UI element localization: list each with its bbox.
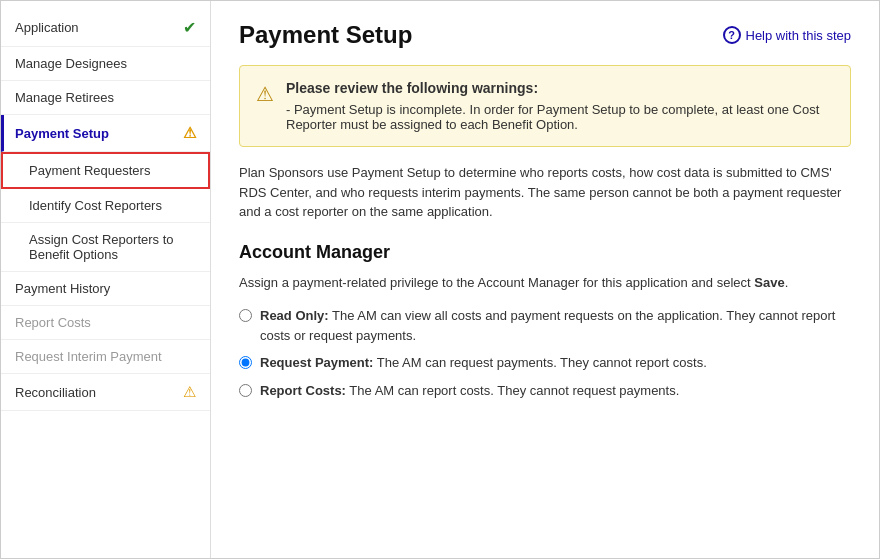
radio-request-payment-input[interactable] xyxy=(239,356,252,369)
warning-heading: Please review the following warnings: xyxy=(286,80,538,96)
sidebar-item-label: Assign Cost Reporters to Benefit Options xyxy=(29,232,196,262)
sidebar-item-label: Manage Designees xyxy=(15,56,127,71)
sidebar-item-label: Report Costs xyxy=(15,315,91,330)
sidebar-item-payment-setup[interactable]: Payment Setup ⚠ xyxy=(1,115,210,152)
privilege-radio-group: Read Only: The AM can view all costs and… xyxy=(239,306,851,400)
check-icon: ✔ xyxy=(183,18,196,37)
warning-text: Please review the following warnings: - … xyxy=(286,80,834,132)
sidebar-item-report-costs: Report Costs xyxy=(1,306,210,340)
page-title: Payment Setup xyxy=(239,21,412,49)
page-header: Payment Setup ? Help with this step xyxy=(239,21,851,49)
warning-box: ⚠ Please review the following warnings: … xyxy=(239,65,851,147)
sidebar-item-label: Payment History xyxy=(15,281,110,296)
sidebar-item-manage-designees[interactable]: Manage Designees xyxy=(1,47,210,81)
sidebar-item-label: Payment Requesters xyxy=(29,163,150,178)
account-manager-description: Assign a payment-related privilege to th… xyxy=(239,273,851,293)
radio-read-only[interactable]: Read Only: The AM can view all costs and… xyxy=(239,306,851,345)
radio-report-costs[interactable]: Report Costs: The AM can report costs. T… xyxy=(239,381,851,401)
account-manager-title: Account Manager xyxy=(239,242,851,263)
radio-read-only-label-rest: The AM can view all costs and payment re… xyxy=(260,308,835,343)
sidebar-item-reconciliation[interactable]: Reconciliation ⚠ xyxy=(1,374,210,411)
sidebar-item-label: Request Interim Payment xyxy=(15,349,162,364)
help-icon: ? xyxy=(723,26,741,44)
sidebar-item-payment-requesters[interactable]: Payment Requesters xyxy=(1,152,210,189)
warning-body: - Payment Setup is incomplete. In order … xyxy=(286,102,834,132)
radio-report-costs-label-rest: The AM can report costs. They cannot req… xyxy=(349,383,679,398)
sidebar-item-request-interim-payment: Request Interim Payment xyxy=(1,340,210,374)
sidebar-item-manage-retirees[interactable]: Manage Retirees xyxy=(1,81,210,115)
warn-icon: ⚠ xyxy=(183,383,196,401)
radio-report-costs-input[interactable] xyxy=(239,384,252,397)
radio-request-payment-label-bold: Request Payment: xyxy=(260,355,373,370)
help-link-label: Help with this step xyxy=(746,28,852,43)
sidebar-item-label: Application xyxy=(15,20,79,35)
sidebar-item-label: Payment Setup xyxy=(15,126,109,141)
sidebar-item-label: Reconciliation xyxy=(15,385,96,400)
warning-triangle-icon: ⚠ xyxy=(256,82,274,132)
radio-report-costs-label-bold: Report Costs: xyxy=(260,383,346,398)
sidebar-item-label: Manage Retirees xyxy=(15,90,114,105)
page-description: Plan Sponsors use Payment Setup to deter… xyxy=(239,163,851,222)
sidebar-item-assign-cost-reporters[interactable]: Assign Cost Reporters to Benefit Options xyxy=(1,223,210,272)
warn-icon: ⚠ xyxy=(183,124,196,142)
sidebar-item-application[interactable]: Application ✔ xyxy=(1,9,210,47)
sidebar-item-label: Identify Cost Reporters xyxy=(29,198,162,213)
sidebar-item-payment-history[interactable]: Payment History xyxy=(1,272,210,306)
radio-read-only-label-bold: Read Only: xyxy=(260,308,329,323)
radio-request-payment-label-rest: The AM can request payments. They cannot… xyxy=(377,355,707,370)
main-content: Payment Setup ? Help with this step ⚠ Pl… xyxy=(211,1,879,558)
radio-read-only-input[interactable] xyxy=(239,309,252,322)
radio-request-payment[interactable]: Request Payment: The AM can request paym… xyxy=(239,353,851,373)
sidebar: Application ✔ Manage Designees Manage Re… xyxy=(1,1,211,558)
sidebar-item-identify-cost-reporters[interactable]: Identify Cost Reporters xyxy=(1,189,210,223)
help-link[interactable]: ? Help with this step xyxy=(723,26,852,44)
